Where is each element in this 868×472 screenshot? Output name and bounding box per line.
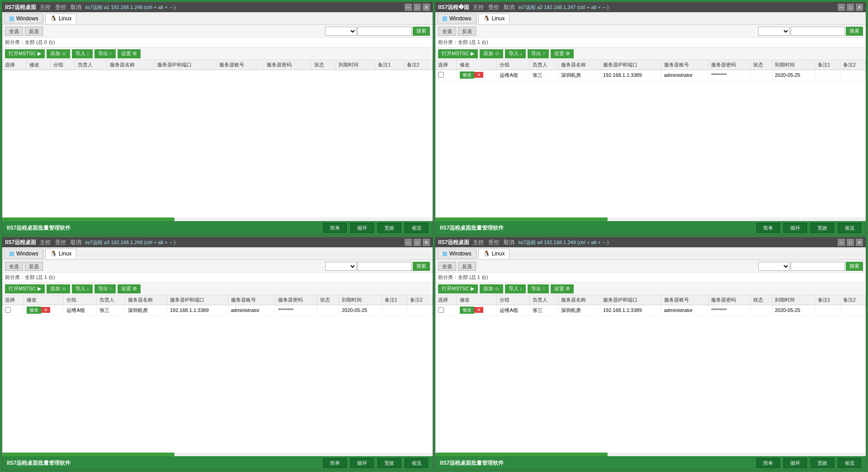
- search-dropdown[interactable]: [325, 262, 357, 271]
- search-button[interactable]: 搜索: [413, 27, 430, 36]
- invert-selection-button[interactable]: 反选: [25, 27, 43, 36]
- row-checkbox[interactable]: [438, 307, 444, 313]
- bottombar-btn-2[interactable]: 宽效: [811, 458, 834, 468]
- open-mstsc-button[interactable]: 打开MSTSC ▶: [5, 284, 45, 293]
- settings-button[interactable]: 设置 ⚙: [118, 49, 141, 58]
- titlebar-menu-item[interactable]: 受控: [488, 239, 499, 246]
- bottombar-btn-1[interactable]: 循环: [783, 223, 807, 233]
- horizontal-scrollbar[interactable]: [435, 217, 866, 221]
- titlebar-menu-item[interactable]: 主控: [473, 239, 484, 246]
- import-button[interactable]: 导入 ↓: [72, 284, 93, 293]
- search-input[interactable]: [791, 27, 845, 36]
- edit-button[interactable]: 修改: [460, 71, 474, 79]
- open-mstsc-button[interactable]: 打开MSTSC ▶: [438, 284, 478, 293]
- maximize-icon[interactable]: □: [847, 4, 854, 11]
- bottombar-btn-2[interactable]: 宽效: [811, 223, 834, 233]
- maximize-icon[interactable]: □: [414, 239, 421, 246]
- row-checkbox[interactable]: [438, 72, 444, 78]
- export-button[interactable]: 导出 ↑: [528, 49, 549, 58]
- search-input[interactable]: [358, 27, 412, 36]
- minimize-icon[interactable]: ─: [405, 239, 412, 246]
- bottombar-btn-3[interactable]: 省流: [838, 458, 861, 468]
- tab-linux[interactable]: 🐧Linux: [45, 249, 77, 259]
- search-button[interactable]: 搜索: [846, 27, 863, 36]
- close-icon[interactable]: ✕: [423, 4, 430, 11]
- search-button[interactable]: 搜索: [846, 262, 863, 271]
- titlebar-menu-item[interactable]: 主控: [40, 239, 51, 246]
- add-button[interactable]: 添加 ☆: [480, 284, 503, 293]
- invert-selection-button[interactable]: 反选: [25, 262, 43, 271]
- server-table-container[interactable]: 选择修改分组负责人服务器名称服务器IP和端口服务器账号服务器密码状态到期时间备注…: [2, 295, 433, 453]
- tab-windows[interactable]: ⊞Windows: [437, 14, 476, 24]
- search-dropdown[interactable]: [325, 27, 357, 36]
- import-button[interactable]: 导入 ↓: [505, 49, 526, 58]
- add-button[interactable]: 添加 ☆: [480, 49, 503, 58]
- settings-button[interactable]: 设置 ⚙: [118, 284, 141, 293]
- select-all-button[interactable]: 全选: [5, 27, 23, 36]
- add-button[interactable]: 添加 ☆: [47, 284, 70, 293]
- select-all-button[interactable]: 全选: [438, 262, 456, 271]
- maximize-icon[interactable]: □: [414, 4, 421, 11]
- bottombar-btn-0[interactable]: 简单: [323, 458, 347, 468]
- server-table-container[interactable]: 选择修改分组负责人服务器名称服务器IP和端口服务器账号服务器密码状态到期时间备注…: [435, 60, 866, 217]
- bottombar-btn-3[interactable]: 省流: [838, 223, 861, 233]
- tab-linux[interactable]: 🐧Linux: [45, 14, 77, 24]
- add-button[interactable]: 添加 ☆: [47, 49, 70, 58]
- server-table-container[interactable]: 选择修改分组负责人服务器名称服务器IP和端口服务器账号服务器密码状态到期时间备注…: [435, 295, 866, 453]
- delete-button[interactable]: ✕: [41, 307, 50, 313]
- minimize-icon[interactable]: ─: [838, 239, 845, 246]
- bottombar-btn-2[interactable]: 宽效: [377, 458, 401, 468]
- tab-linux[interactable]: 🐧Linux: [478, 249, 510, 259]
- bottombar-btn-3[interactable]: 省流: [405, 458, 428, 468]
- minimize-icon[interactable]: ─: [405, 4, 412, 11]
- server-table-container[interactable]: 选择修改分组负责人服务器名称服务器IP和端口服务器账号服务器密码状态到期时间备注…: [2, 60, 433, 217]
- row-checkbox[interactable]: [5, 307, 11, 313]
- settings-button[interactable]: 设置 ⚙: [551, 49, 574, 58]
- titlebar-menu-item[interactable]: 主控: [473, 4, 484, 11]
- titlebar-menu-item[interactable]: 受控: [488, 4, 499, 11]
- bottombar-btn-0[interactable]: 简单: [323, 223, 347, 233]
- horizontal-scrollbar[interactable]: [435, 453, 866, 456]
- select-all-button[interactable]: 全选: [5, 262, 23, 271]
- titlebar-menu-item[interactable]: 取消: [504, 4, 514, 11]
- search-input[interactable]: [358, 262, 412, 271]
- horizontal-scrollbar[interactable]: [2, 453, 433, 456]
- search-input[interactable]: [791, 262, 845, 271]
- bottombar-btn-1[interactable]: 循环: [350, 223, 374, 233]
- edit-button[interactable]: 修改: [460, 307, 474, 314]
- close-icon[interactable]: ✕: [423, 239, 430, 246]
- titlebar-menu-item[interactable]: 主控: [40, 4, 51, 11]
- horizontal-scrollbar[interactable]: [2, 217, 433, 221]
- maximize-icon[interactable]: □: [847, 239, 854, 246]
- search-button[interactable]: 搜索: [413, 262, 430, 271]
- invert-selection-button[interactable]: 反选: [458, 27, 476, 36]
- tab-linux[interactable]: 🐧Linux: [478, 14, 510, 24]
- bottombar-btn-3[interactable]: 省流: [405, 223, 428, 233]
- bottombar-btn-2[interactable]: 宽效: [377, 223, 401, 233]
- titlebar-menu-item[interactable]: 取消: [71, 239, 81, 246]
- invert-selection-button[interactable]: 反选: [458, 262, 476, 271]
- search-dropdown[interactable]: [758, 27, 790, 36]
- close-icon[interactable]: ✕: [856, 239, 863, 246]
- import-button[interactable]: 导入 ↓: [505, 284, 526, 293]
- delete-button[interactable]: ✕: [474, 72, 483, 78]
- titlebar-menu-item[interactable]: 受控: [55, 4, 66, 11]
- edit-button[interactable]: 修改: [27, 307, 41, 314]
- export-button[interactable]: 导出 ↑: [528, 284, 549, 293]
- tab-windows[interactable]: ⊞Windows: [437, 249, 476, 259]
- titlebar-menu-item[interactable]: 受控: [55, 239, 66, 246]
- bottombar-btn-0[interactable]: 简单: [756, 223, 780, 233]
- bottombar-btn-0[interactable]: 简单: [756, 458, 780, 468]
- tab-windows[interactable]: ⊞Windows: [4, 14, 43, 24]
- open-mstsc-button[interactable]: 打开MSTSC ▶: [5, 49, 45, 58]
- export-button[interactable]: 导出 ↑: [94, 284, 116, 293]
- select-all-button[interactable]: 全选: [438, 27, 456, 36]
- delete-button[interactable]: ✕: [474, 307, 483, 313]
- close-icon[interactable]: ✕: [856, 4, 863, 11]
- minimize-icon[interactable]: ─: [838, 4, 845, 11]
- titlebar-menu-item[interactable]: 取消: [504, 239, 514, 246]
- bottombar-btn-1[interactable]: 循环: [350, 458, 374, 468]
- open-mstsc-button[interactable]: 打开MSTSC ▶: [438, 49, 478, 58]
- tab-windows[interactable]: ⊞Windows: [4, 249, 43, 259]
- import-button[interactable]: 导入 ↓: [72, 49, 93, 58]
